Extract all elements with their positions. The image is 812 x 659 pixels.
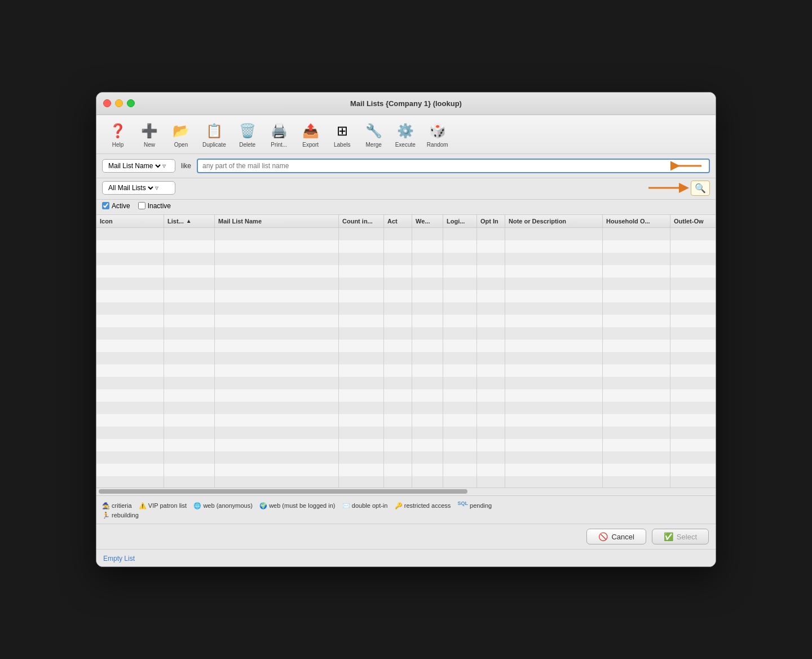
active-checkbox[interactable]: [102, 202, 109, 209]
scrollbar-track[interactable]: [99, 489, 467, 494]
col-opt-in[interactable]: Opt In: [477, 215, 505, 227]
table-row[interactable]: [96, 464, 716, 476]
duplicate-button[interactable]: 📋 Duplicate: [198, 118, 231, 150]
table-cell: [215, 402, 339, 414]
table-row[interactable]: [96, 228, 716, 240]
search-input-wrap: [197, 159, 710, 173]
table-cell: [505, 364, 603, 377]
inactive-filter-wrap[interactable]: Inactive: [138, 202, 171, 210]
table-row[interactable]: [96, 402, 716, 414]
table-row[interactable]: [96, 302, 716, 315]
help-button[interactable]: ❓ Help: [103, 118, 133, 150]
table-row[interactable]: [96, 240, 716, 253]
search-execute-button[interactable]: 🔍: [691, 181, 710, 196]
inactive-checkbox[interactable]: [138, 202, 145, 209]
delete-button[interactable]: 🗑️ Delete: [233, 118, 262, 150]
field-select[interactable]: Mail List Name: [106, 161, 162, 170]
execute-button[interactable]: ⚙️ Execute: [391, 118, 420, 150]
table-cell: [215, 451, 339, 464]
table-cell: [443, 464, 477, 476]
new-button[interactable]: ➕ New: [135, 118, 164, 150]
table-cell: [412, 402, 443, 414]
cancel-label: Cancel: [611, 533, 634, 541]
table-cell: [164, 290, 215, 302]
col-we[interactable]: We...: [412, 215, 443, 227]
table-cell: [339, 451, 384, 464]
new-icon: ➕: [139, 121, 160, 141]
table-cell: [505, 290, 603, 302]
active-filter-wrap[interactable]: Active: [102, 202, 130, 210]
merge-button[interactable]: 🔧 Merge: [359, 118, 389, 150]
col-act[interactable]: Act: [384, 215, 412, 227]
operator-label: like: [181, 162, 191, 170]
table-cell: [603, 327, 670, 340]
table-cell: [443, 253, 477, 265]
table-cell: [164, 414, 215, 427]
duplicate-label: Duplicate: [202, 142, 226, 148]
table-cell: [505, 352, 603, 364]
table-row[interactable]: [96, 427, 716, 439]
print-button[interactable]: 🖨️ Print...: [264, 118, 294, 150]
col-logi[interactable]: Logi...: [443, 215, 477, 227]
table-cell: [477, 253, 505, 265]
table-cell: [670, 451, 716, 464]
search-input[interactable]: [197, 159, 710, 173]
col-name[interactable]: Mail List Name: [215, 215, 339, 227]
col-count-in[interactable]: Count in...: [339, 215, 384, 227]
horizontal-scrollbar[interactable]: [96, 488, 716, 496]
table-row[interactable]: [96, 278, 716, 290]
list-selector[interactable]: All Mail Lists ▿: [102, 181, 175, 195]
empty-list-link[interactable]: Empty List: [103, 555, 135, 563]
table-row[interactable]: [96, 414, 716, 427]
cancel-icon: 🚫: [598, 532, 608, 541]
table-row[interactable]: [96, 253, 716, 265]
col-list-num[interactable]: List... ▲: [164, 215, 215, 227]
table-cell: [477, 402, 505, 414]
table-cell: [443, 439, 477, 451]
table-cell: [670, 389, 716, 402]
col-household[interactable]: Household O...: [603, 215, 670, 227]
export-button[interactable]: 📤 Export: [296, 118, 325, 150]
table-cell: [339, 315, 384, 327]
col-outlet[interactable]: Outlet-Ow: [670, 215, 716, 227]
table-cell: [164, 327, 215, 340]
table-row[interactable]: [96, 476, 716, 487]
table-row[interactable]: [96, 364, 716, 377]
filter-bar: Active Inactive: [96, 200, 716, 215]
select-button[interactable]: ✅ Select: [652, 529, 709, 544]
table-body: (function() { const tbody = document.que…: [96, 228, 716, 487]
labels-button[interactable]: ⊞ Labels: [328, 118, 357, 150]
col-note[interactable]: Note or Description: [505, 215, 603, 227]
table-cell: [164, 476, 215, 487]
list-select[interactable]: All Mail Lists: [106, 183, 155, 192]
table-cell: [384, 352, 412, 364]
table-row[interactable]: [96, 377, 716, 389]
col-icon[interactable]: Icon: [96, 215, 164, 227]
close-button[interactable]: [103, 99, 111, 107]
open-button[interactable]: 📂 Open: [166, 118, 196, 150]
table-cell: [505, 265, 603, 278]
table-cell: [603, 253, 670, 265]
table-cell: [670, 340, 716, 352]
random-button[interactable]: 🎲 Random: [422, 118, 453, 150]
table-cell: [384, 340, 412, 352]
table-row[interactable]: [96, 340, 716, 352]
table-row[interactable]: [96, 451, 716, 464]
zoom-button[interactable]: [127, 99, 135, 107]
minimize-button[interactable]: [115, 99, 123, 107]
table-cell: [96, 302, 164, 315]
table-cell: [477, 315, 505, 327]
table-cell: [215, 265, 339, 278]
table-row[interactable]: [96, 327, 716, 340]
table-row[interactable]: [96, 389, 716, 402]
table-row[interactable]: [96, 290, 716, 302]
table-row[interactable]: [96, 265, 716, 278]
field-selector[interactable]: Mail List Name ▿: [102, 159, 175, 173]
table-row[interactable]: [96, 439, 716, 451]
table-row[interactable]: [96, 352, 716, 364]
table-cell: [443, 414, 477, 427]
cancel-button[interactable]: 🚫 Cancel: [586, 529, 646, 544]
export-icon: 📤: [301, 121, 321, 141]
table-row[interactable]: [96, 315, 716, 327]
footer-bar: Empty List: [96, 550, 716, 566]
